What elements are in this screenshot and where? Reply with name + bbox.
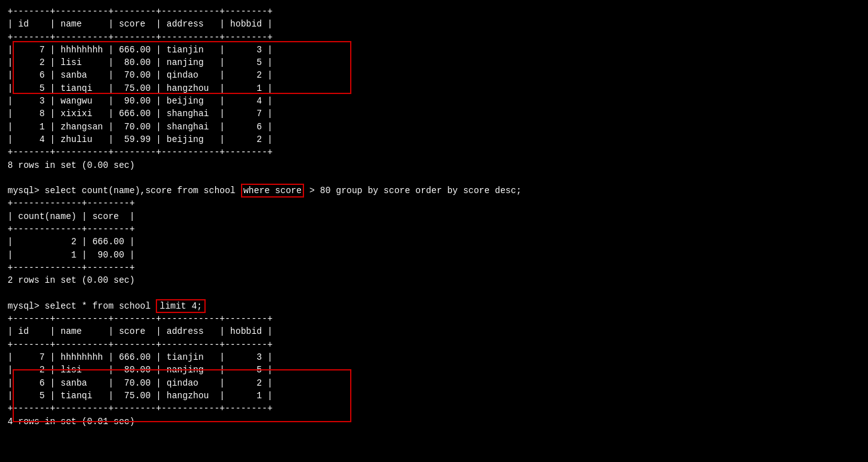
- terminal-output: +-------+----------+--------+-----------…: [8, 5, 860, 428]
- table-row-8: | 4 | zhuliu | 59.99 | beijing | 2 |: [8, 134, 273, 145]
- line-separator-bottom: +-------+----------+--------+-----------…: [8, 147, 273, 157]
- line-separator-top: +-------+----------+--------+-----------…: [8, 6, 273, 16]
- table-row-6: | 8 | xixixi | 666.00 | shanghai | 7 |: [8, 109, 273, 119]
- result-count-3: 4 rows in set (0.01 sec): [8, 417, 135, 427]
- table2-row-2: | 1 | 90.00 |: [8, 250, 135, 260]
- table2-sep-header: +-------------+--------+: [8, 224, 135, 234]
- table-row-2: | 2 | lisi | 80.00 | nanjing | 5 |: [8, 57, 273, 68]
- table-row-5: | 3 | wangwu | 90.00 | beijing | 4 |: [8, 96, 273, 106]
- table-header: | id | name | score | address | hobbid |: [8, 19, 273, 29]
- table2-row-1: | 2 | 666.00 |: [8, 237, 135, 247]
- result-count-1: 8 rows in set (0.00 sec): [8, 160, 135, 170]
- table-row-1: | 7 | hhhhhhhh | 666.00 | tianjin | 3 |: [8, 45, 273, 55]
- table3-row-4: | 5 | tianqi | 75.00 | hangzhou | 1 |: [8, 391, 273, 401]
- table3-header: | id | name | score | address | hobbid |: [8, 326, 273, 336]
- table-row-4: | 5 | tianqi | 75.00 | hangzhou | 1 |: [8, 83, 273, 93]
- table-row-7: | 1 | zhangsan | 70.00 | shanghai | 6 |: [8, 122, 273, 132]
- table3-sep-header: +-------+----------+--------+-----------…: [8, 340, 273, 350]
- table-row-3: | 6 | sanba | 70.00 | qindao | 2 |: [8, 70, 273, 80]
- sql-query-3: mysql> select * from school limit 4;: [8, 299, 206, 313]
- table3-sep-top: +-------+----------+--------+-----------…: [8, 314, 273, 324]
- table2-header: | count(name) | score |: [8, 211, 135, 222]
- table2-sep-top: +-------------+--------+: [8, 198, 135, 208]
- table3-row-1: | 7 | hhhhhhhh | 666.00 | tianjin | 3 |: [8, 352, 273, 362]
- line-separator-header: +-------+----------+--------+-----------…: [8, 32, 273, 42]
- table2-sep-bottom: +-------------+--------+: [8, 263, 135, 273]
- table3-row-3: | 6 | sanba | 70.00 | qindao | 2 |: [8, 378, 273, 388]
- result-count-2: 2 rows in set (0.00 sec): [8, 275, 135, 285]
- sql-query-2: mysql> select count(name),score from sch…: [8, 184, 522, 198]
- table3-sep-bottom: +-------+----------+--------+-----------…: [8, 403, 273, 413]
- terminal-window: +-------+----------+--------+-----------…: [8, 5, 860, 428]
- table3-row-2: | 2 | lisi | 80.00 | nanjing | 5 |: [8, 365, 273, 375]
